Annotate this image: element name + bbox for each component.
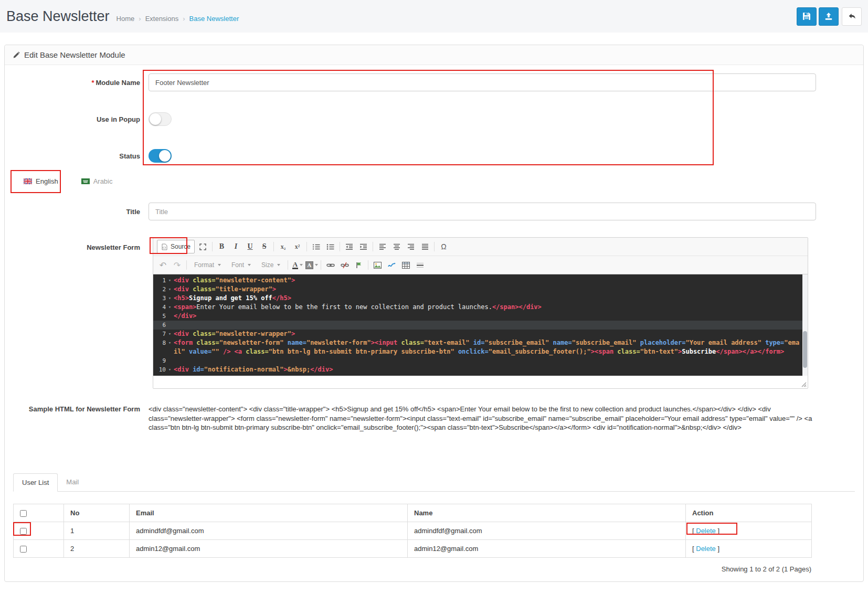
edit-module-panel: Edit Base Newsletter Module *Module Name… [4, 45, 864, 582]
numbered-list-button[interactable] [310, 240, 323, 253]
chevron-down-icon [277, 264, 280, 266]
unlink-button[interactable] [338, 258, 351, 272]
status-toggle[interactable] [149, 149, 172, 163]
background-color-button[interactable]: A [305, 258, 318, 272]
resize-grip-icon[interactable] [800, 381, 807, 387]
anchor-button[interactable] [352, 258, 365, 272]
toolbar-separator [186, 260, 187, 270]
embed-button[interactable] [385, 258, 398, 272]
bold-button[interactable]: B [215, 240, 228, 253]
link-button[interactable] [324, 258, 337, 272]
status-row: Status [13, 147, 855, 165]
user-table: No Email Name Action 1 admindfdf@gmail.c… [13, 504, 812, 558]
delete-link[interactable]: Delete [696, 545, 716, 553]
tab-language-english[interactable]: English [24, 175, 58, 187]
back-button[interactable] [842, 7, 862, 26]
chevron-down-icon [218, 264, 221, 266]
cell-name: admin12@gmail.com [408, 539, 686, 557]
align-left-button[interactable] [376, 240, 389, 253]
panel-heading-title: Edit Base Newsletter Module [24, 50, 125, 59]
toolbar-separator [368, 260, 368, 270]
toolbar-separator [340, 242, 340, 251]
font-dropdown[interactable]: Font [227, 258, 255, 272]
italic-button[interactable]: I [229, 240, 242, 253]
format-dropdown[interactable]: Format [190, 258, 225, 272]
align-left-icon [379, 243, 386, 250]
toolbar-separator [288, 260, 288, 270]
select-all-checkbox[interactable] [20, 510, 27, 517]
bullet-list-icon [326, 243, 334, 250]
undo-button[interactable]: ↶ [156, 258, 170, 272]
maximize-icon [199, 243, 206, 250]
code-line: 7▾<div class="newsletter-wrapper"> [153, 330, 802, 338]
module-name-input[interactable] [149, 73, 816, 91]
page-title: Base Newsletter [6, 8, 110, 25]
row-checkbox[interactable] [20, 546, 27, 553]
user-table-header-row: No Email Name Action [14, 504, 812, 522]
toolbar-separator [273, 242, 274, 251]
align-justify-icon [421, 243, 429, 250]
source-code-area[interactable]: 1▾<div class="newsletter-content">2▾<div… [153, 274, 808, 376]
text-color-button[interactable]: A [291, 258, 304, 272]
align-justify-button[interactable] [418, 240, 431, 253]
newsletter-form-label: Newsletter Form [13, 237, 149, 389]
code-line: 5</div> [153, 312, 802, 321]
chevron-down-icon [248, 264, 251, 266]
cell-select [14, 522, 64, 539]
numbered-list-icon [312, 243, 320, 250]
header-action: Action [686, 504, 812, 522]
breadcrumb: Home › Extensions › Base Newsletter [117, 15, 239, 23]
redo-button[interactable]: ↷ [171, 258, 184, 272]
title-row: Title [13, 203, 855, 220]
code-lines: 1▾<div class="newsletter-content">2▾<div… [153, 274, 802, 376]
tab-user-list[interactable]: User List [13, 473, 58, 492]
bullet-list-button[interactable] [324, 240, 337, 253]
indent-button[interactable] [357, 240, 370, 253]
save-button[interactable] [797, 7, 817, 26]
breadcrumb-extensions[interactable]: Extensions [145, 15, 179, 23]
tab-mail[interactable]: Mail [58, 473, 87, 491]
editor-toolbar-row-1: Source B I U S x₂ x² [153, 238, 808, 256]
cell-select [14, 539, 64, 557]
breadcrumb-home[interactable]: Home [117, 15, 135, 23]
module-name-label: *Module Name [13, 73, 149, 91]
source-button[interactable]: Source [157, 240, 195, 253]
align-right-button[interactable] [404, 240, 417, 253]
header-select-cell [14, 504, 64, 522]
panel-body: *Module Name Use in Popup Status [5, 65, 863, 581]
breadcrumb-separator: › [183, 15, 185, 23]
superscript-button[interactable]: x² [291, 240, 304, 253]
user-section-tabs: User List Mail [13, 473, 855, 492]
background-color-icon: A [305, 261, 313, 269]
image-button[interactable] [371, 258, 384, 272]
tab-language-arabic[interactable]: Arabic [81, 175, 113, 187]
table-row: 1 admindfdf@gmail.com admindfdf@gmail.co… [14, 522, 812, 539]
outdent-button[interactable] [343, 240, 356, 253]
image-icon [374, 262, 382, 269]
subscript-button[interactable]: x₂ [277, 240, 290, 253]
code-line: 1▾<div class="newsletter-content"> [153, 276, 802, 285]
size-dropdown[interactable]: Size [257, 258, 284, 272]
bracket-open: [ [692, 545, 694, 553]
chevron-down-icon [300, 264, 303, 266]
code-scrollbar[interactable] [802, 274, 808, 376]
horizontal-rule-button[interactable] [414, 258, 427, 272]
table-button[interactable] [399, 258, 412, 272]
back-icon [848, 12, 856, 20]
maximize-button[interactable] [196, 240, 209, 253]
title-input[interactable] [149, 203, 816, 220]
delete-link[interactable]: Delete [696, 527, 716, 535]
use-in-popup-label: Use in Popup [13, 110, 149, 128]
sample-html-label: Sample HTML for Newsletter Form [13, 405, 149, 432]
underline-button[interactable]: U [244, 240, 257, 253]
align-center-button[interactable] [390, 240, 403, 253]
scrollbar-thumb[interactable] [803, 331, 807, 367]
strikethrough-button[interactable]: S [258, 240, 271, 253]
row-checkbox[interactable] [20, 528, 27, 535]
special-character-button[interactable]: Ω [437, 240, 450, 253]
text-color-icon: A [292, 261, 298, 269]
use-in-popup-toggle[interactable] [149, 112, 172, 126]
outdent-icon [345, 243, 353, 250]
breadcrumb-current[interactable]: Base Newsletter [189, 15, 239, 23]
upload-button[interactable] [819, 7, 839, 26]
